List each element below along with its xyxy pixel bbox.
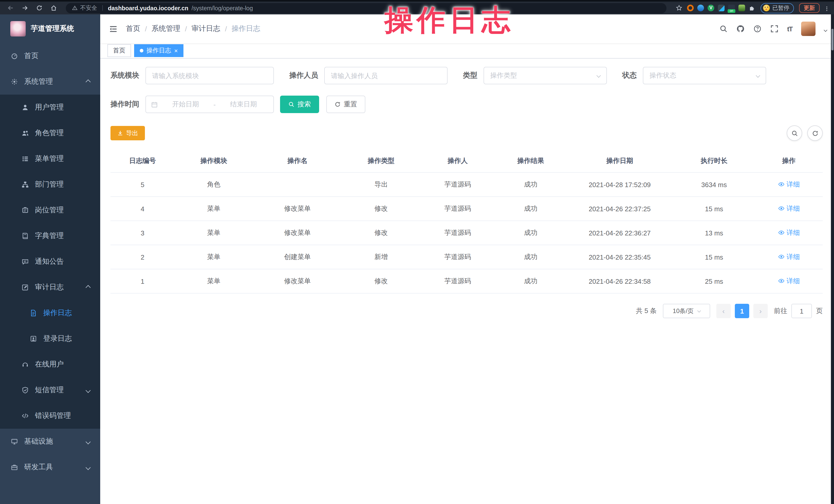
breadcrumb-system[interactable]: 系统管理: [152, 24, 180, 34]
extension-icon-switch[interactable]: [728, 5, 735, 11]
breadcrumb-current: 操作日志: [232, 24, 260, 34]
table-row: 4 菜单 修改菜单 修改 芋道源码 成功 2021-04-26 22:37:25…: [110, 197, 823, 221]
cell-log-id: 5: [110, 181, 174, 189]
detail-link[interactable]: 详细: [778, 180, 800, 189]
search-button[interactable]: 搜索: [280, 95, 319, 113]
detail-label: 详细: [787, 228, 800, 238]
window-scrollbar: [831, 15, 834, 504]
extension-icon-2[interactable]: [697, 5, 704, 11]
browser-profile-chip[interactable]: 已暂停: [761, 3, 794, 13]
address-bar[interactable]: 不安全 dashboard.yudao.iocoder.cn /system/l…: [66, 3, 666, 13]
extension-icon-5[interactable]: [739, 5, 745, 11]
table-row: 5 角色 导出 芋道源码 成功 2021-04-28 17:52:09 3634…: [110, 173, 823, 197]
refresh-table-button[interactable]: [807, 126, 823, 141]
sidebar-item-online-users[interactable]: 在线用户: [0, 352, 100, 377]
reset-button[interactable]: 重置: [326, 95, 365, 113]
sidebar-item-sms[interactable]: 短信管理: [0, 377, 100, 403]
avatar[interactable]: [801, 22, 815, 36]
tab-home[interactable]: 首页: [107, 44, 131, 57]
sidebar-item-posts[interactable]: 岗位管理: [0, 197, 100, 223]
github-icon[interactable]: [736, 25, 744, 33]
sidebar-item-operate-log[interactable]: 操作日志: [0, 300, 100, 326]
active-tab-dot: [140, 49, 144, 52]
bookmark-star-button[interactable]: [673, 3, 685, 13]
menu-label: 通知公告: [35, 257, 64, 266]
tab-operate-log[interactable]: 操作日志 ×: [134, 44, 183, 57]
top-navbar: 首页 / 系统管理 / 审计日志 / 操作日志 tT: [100, 15, 834, 43]
status-select[interactable]: 操作状态: [643, 67, 766, 84]
cell-operator: 芋道源码: [420, 204, 495, 213]
sidebar-fold-button[interactable]: [107, 23, 119, 35]
sidebar-item-dev-tools[interactable]: 研发工具: [0, 454, 100, 480]
toggle-search-button[interactable]: [787, 126, 802, 141]
detail-link[interactable]: 详细: [778, 228, 800, 238]
type-select[interactable]: 操作类型: [484, 67, 607, 84]
sidebar-item-users[interactable]: 用户管理: [0, 94, 100, 120]
fullscreen-icon[interactable]: [770, 25, 778, 33]
browser-reload-button[interactable]: [33, 3, 45, 13]
menu-label: 用户管理: [35, 103, 64, 112]
detail-link[interactable]: 详细: [778, 253, 800, 262]
next-page-button[interactable]: ›: [753, 304, 768, 318]
sidebar-item-roles[interactable]: 角色管理: [0, 120, 100, 146]
sidebar-item-dict[interactable]: 字典管理: [0, 223, 100, 249]
operator-label: 操作人员: [289, 71, 318, 80]
sidebar-item-infrastructure[interactable]: 基础设施: [0, 429, 100, 454]
chevron-down-icon: [86, 388, 91, 393]
sidebar-item-error-code[interactable]: 错误码管理: [0, 403, 100, 429]
cell-name: 修改菜单: [253, 277, 342, 286]
font-size-icon[interactable]: tT: [787, 25, 792, 32]
module-input[interactable]: [146, 67, 274, 84]
menu-label: 短信管理: [35, 386, 64, 395]
document-icon: [30, 309, 37, 316]
goto-page-input[interactable]: [791, 304, 812, 318]
extension-icon-4[interactable]: [718, 5, 725, 11]
browser-home-button[interactable]: [47, 3, 60, 13]
extension-icon-3[interactable]: [708, 5, 714, 11]
sidebar-item-system[interactable]: 系统管理: [0, 69, 100, 94]
page-1-button[interactable]: 1: [735, 304, 749, 318]
scrollbar-thumb[interactable]: [831, 29, 833, 50]
menu-label: 在线用户: [35, 360, 64, 369]
cell-operator: 芋道源码: [420, 253, 495, 262]
menu-label: 角色管理: [35, 129, 64, 138]
shield-icon: [22, 387, 29, 394]
operator-input[interactable]: [324, 67, 447, 84]
sidebar-item-menus[interactable]: 菜单管理: [0, 146, 100, 172]
cell-result: 成功: [495, 253, 566, 262]
browser-forward-button[interactable]: [19, 3, 31, 13]
sidebar-item-login-log[interactable]: 登录日志: [0, 326, 100, 352]
browser-menu-button[interactable]: [824, 4, 830, 12]
detail-link[interactable]: 详细: [778, 277, 800, 286]
tab-close-icon[interactable]: ×: [174, 47, 178, 54]
browser-update-button[interactable]: 更新: [799, 3, 819, 13]
app-logo-row[interactable]: 芋道管理系统: [0, 15, 100, 43]
page-size-value: 10条/页: [673, 307, 694, 315]
column-header: 操作日期: [566, 156, 673, 165]
date-range-picker[interactable]: 开始日期 - 结束日期: [146, 95, 274, 113]
security-warning[interactable]: 不安全: [72, 4, 97, 12]
status-select-placeholder: 操作状态: [650, 71, 676, 80]
prev-page-button[interactable]: ‹: [716, 304, 731, 318]
help-icon[interactable]: [753, 25, 761, 33]
page-size-select[interactable]: 10条/页: [663, 304, 710, 318]
page-unit-label: 页: [816, 306, 823, 315]
export-button[interactable]: 导出: [110, 126, 145, 140]
sidebar-item-notice[interactable]: 通知公告: [0, 249, 100, 275]
menu-label: 操作日志: [43, 308, 72, 318]
extension-icon-1[interactable]: [687, 5, 694, 11]
eye-icon: [778, 254, 784, 260]
breadcrumb-home[interactable]: 首页: [126, 24, 140, 34]
search-icon[interactable]: [719, 25, 727, 33]
column-header: 操作类型: [342, 156, 420, 165]
detail-link[interactable]: 详细: [778, 204, 800, 213]
browser-back-button[interactable]: [4, 3, 17, 13]
sidebar-item-audit-log[interactable]: 审计日志: [0, 275, 100, 300]
breadcrumb-audit[interactable]: 审计日志: [192, 24, 220, 34]
extensions-puzzle-icon[interactable]: [749, 5, 755, 11]
sidebar-item-departments[interactable]: 部门管理: [0, 172, 100, 197]
column-header: 执行时长: [673, 156, 755, 165]
user-dropdown-button[interactable]: [824, 25, 827, 32]
sidebar-item-home[interactable]: 首页: [0, 43, 100, 69]
menu-label: 字典管理: [35, 231, 64, 241]
